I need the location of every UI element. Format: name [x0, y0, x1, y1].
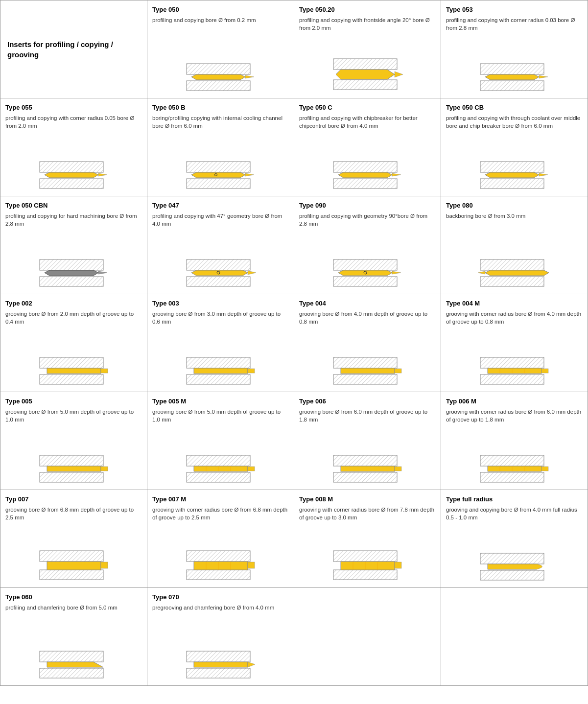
svg-rect-96 [395, 467, 401, 471]
svg-marker-3 [191, 74, 245, 80]
svg-marker-9 [395, 71, 403, 77]
type004M-img [446, 355, 583, 387]
type003-desc: grooving bore Ø from 3.0 mm depth of gro… [152, 310, 289, 326]
cell-type005M[interactable]: Type 005 M grooving bore Ø from 5.0 mm d… [147, 392, 294, 490]
type070-svg [182, 649, 260, 681]
svg-rect-110 [187, 551, 250, 562]
svg-marker-34 [485, 172, 539, 178]
cell-type003[interactable]: Type 003 grooving bore Ø from 3.0 mm dep… [147, 294, 294, 392]
type003-title: Type 003 [152, 299, 289, 308]
type002-svg [35, 355, 113, 387]
type008M-title: Type 008 M [299, 495, 436, 504]
svg-rect-37 [40, 259, 103, 270]
cell-type050C[interactable]: Type 050 C profiling and copying with ch… [294, 98, 441, 196]
type050-desc: profiling and copying bore Ø from 0.2 mm [152, 16, 289, 24]
svg-rect-42 [187, 259, 250, 270]
type006-svg [329, 453, 407, 485]
type050-img [152, 61, 289, 93]
cell-type008M[interactable]: Type 008 M grooving with corner radius b… [294, 490, 441, 588]
svg-rect-87 [187, 472, 250, 482]
cell-type050[interactable]: Type 050 profiling and copying bore Ø fr… [147, 0, 294, 98]
svg-rect-66 [194, 368, 248, 374]
svg-rect-79 [541, 369, 548, 373]
type047-desc: profiling and copying with 47° geometry … [152, 212, 289, 228]
svg-marker-40 [98, 271, 107, 274]
svg-marker-29 [338, 172, 392, 178]
svg-rect-60 [40, 375, 103, 384]
type007-title: Typ 007 [5, 495, 142, 504]
svg-rect-64 [187, 357, 250, 368]
type055-svg [35, 159, 113, 191]
cell-type002[interactable]: Type 002 grooving bore Ø from 2.0 mm dep… [0, 294, 147, 392]
type005M-title: Type 005 M [152, 397, 289, 406]
type008M-desc: grooving with corner radius bore Ø from … [299, 506, 436, 521]
svg-rect-91 [248, 467, 255, 471]
type005M-desc: grooving bore Ø from 5.0 mm depth of gro… [152, 408, 289, 423]
cell-type053[interactable]: Type 053 profiling and copying with corn… [441, 0, 588, 98]
cell-type060[interactable]: Type 060 profiling and chamfering bore Ø… [0, 588, 147, 686]
type005-svg [35, 453, 113, 485]
svg-rect-122 [395, 562, 401, 568]
svg-rect-124 [480, 553, 544, 564]
cell-type050CB[interactable]: Type 050 CB profiling and copying with t… [441, 98, 588, 196]
type007-img [5, 548, 142, 583]
cell-type050B[interactable]: Type 050 B boring/profiling copying with… [147, 98, 294, 196]
type047-title: Type 047 [152, 201, 289, 210]
header-cell: Inserts for profiling / copying / groovi… [0, 0, 147, 98]
cell-type006[interactable]: Type 006 grooving bore Ø from 6.0 mm dep… [294, 392, 441, 490]
type007M-title: Type 007 M [152, 495, 289, 504]
svg-rect-33 [480, 179, 544, 188]
svg-rect-86 [187, 455, 250, 466]
svg-rect-98 [480, 455, 544, 466]
type080-title: Type 080 [446, 201, 583, 210]
type047-svg [182, 257, 260, 289]
cell-type006M[interactable]: Typ 006 M grooving with corner radius bo… [441, 392, 588, 490]
cell-empty-1 [294, 588, 441, 686]
svg-rect-99 [480, 472, 544, 482]
type008M-img [299, 548, 436, 583]
type004-desc: grooving bore Ø from 4.0 mm depth of gro… [299, 310, 436, 326]
type004M-title: Type 004 M [446, 299, 583, 308]
type005M-img [152, 453, 289, 485]
type-full-radius-img [446, 551, 583, 583]
type006M-svg [475, 453, 554, 485]
cell-type070[interactable]: Type 070 pregrooving and chamfering bore… [147, 588, 294, 686]
type050CB-svg [475, 159, 554, 191]
type008M-svg [329, 548, 407, 583]
svg-rect-107 [47, 562, 101, 570]
svg-rect-43 [187, 277, 250, 286]
cell-type050CBN[interactable]: Type 050 CBN profiling and copying for h… [0, 196, 147, 294]
type005M-svg [182, 453, 260, 485]
svg-rect-55 [480, 277, 544, 286]
svg-rect-115 [248, 562, 255, 568]
main-grid: Inserts for profiling / copying / groovi… [0, 0, 588, 686]
type047-img [152, 257, 289, 289]
cell-type050-20[interactable]: Type 050.20 profiling and copying with f… [294, 0, 441, 98]
type080-svg [475, 257, 554, 289]
svg-rect-1 [187, 64, 250, 74]
svg-rect-111 [187, 570, 250, 580]
svg-rect-28 [333, 179, 397, 188]
cell-type080[interactable]: Type 080 backboring bore Ø from 3.0 mm [441, 196, 588, 294]
cell-type004[interactable]: Type 004 grooving bore Ø from 4.0 mm dep… [294, 294, 441, 392]
cell-type090[interactable]: Type 090 profiling and copying with geom… [294, 196, 441, 294]
svg-rect-54 [480, 259, 544, 270]
svg-rect-17 [40, 179, 103, 188]
cell-type005[interactable]: Type 005 grooving bore Ø from 5.0 mm dep… [0, 392, 147, 490]
cell-type-full-radius[interactable]: Type full radius grooving and copying bo… [441, 490, 588, 588]
cell-type004M[interactable]: Type 004 M grooving with corner radius b… [441, 294, 588, 392]
cell-type007[interactable]: Typ 007 grooving bore Ø from 6.8 mm dept… [0, 490, 147, 588]
svg-marker-13 [485, 74, 539, 80]
type005-img [5, 453, 142, 485]
type007-desc: grooving bore Ø from 6.8 mm depth of gro… [5, 506, 142, 521]
type050CB-title: Type 050 CB [446, 103, 583, 112]
cell-type055[interactable]: Type 055 profiling and copying with corn… [0, 98, 147, 196]
svg-rect-70 [333, 375, 397, 384]
svg-rect-105 [40, 551, 103, 562]
cell-type007M[interactable]: Type 007 M grooving with corner radius b… [147, 490, 294, 588]
svg-marker-18 [45, 172, 98, 178]
type053-img [446, 61, 583, 93]
svg-rect-103 [541, 467, 548, 471]
svg-marker-129 [47, 662, 103, 667]
cell-type047[interactable]: Type 047 profiling and copying with 47° … [147, 196, 294, 294]
